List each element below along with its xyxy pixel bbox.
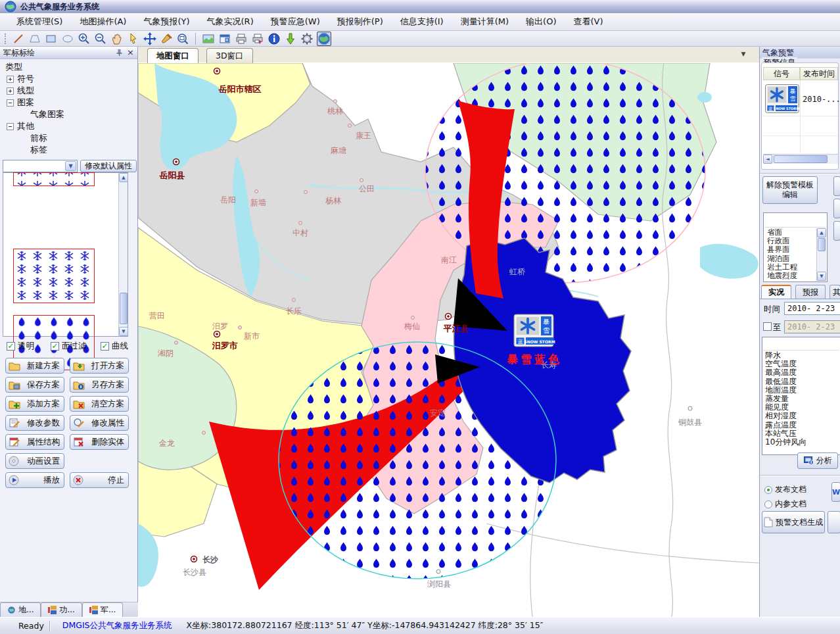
palette-item-snowflakes[interactable]	[13, 249, 95, 303]
clear-plan-button[interactable]: 清空方案	[70, 396, 129, 412]
scroll-down-icon[interactable]: ▼	[119, 327, 128, 336]
tree-item-linetype[interactable]: 线型	[7, 85, 34, 97]
scroll-up-icon[interactable]: ▲	[817, 228, 826, 237]
new-plan-button[interactable]: 新建方案	[5, 358, 64, 374]
tab-function-panel[interactable]: 功...	[41, 602, 82, 617]
draw-polygon-icon[interactable]	[28, 32, 41, 45]
scroll-up-icon[interactable]: ▲	[119, 173, 128, 182]
tree-item-tag[interactable]: 标签	[30, 144, 47, 156]
layer-listbox[interactable]: 省面 行政面 县界面 湖泊面 岩土工程 地震烈度	[765, 228, 816, 280]
toolbar-grip[interactable]	[5, 34, 7, 44]
tree-item-symbol[interactable]: 符号	[7, 73, 34, 85]
checkbox-curve[interactable]: ✓曲线	[101, 341, 128, 352]
zoom-out-icon[interactable]	[94, 32, 107, 45]
menu-live[interactable]: 气象实况(R)	[198, 13, 262, 30]
menu-forecast[interactable]: 气象预报(Y)	[135, 13, 198, 30]
list-item[interactable]: 相对湿度	[763, 412, 839, 420]
analyze-button[interactable]: 分析	[797, 452, 838, 469]
clipped-button[interactable]	[828, 511, 840, 533]
settings-gear-icon[interactable]	[300, 32, 314, 45]
scrollbar-thumb[interactable]	[120, 293, 128, 324]
list-item[interactable]: 地震烈度	[765, 272, 816, 280]
radio-internal-doc[interactable]: 内参文档	[764, 499, 806, 510]
print-preview-icon[interactable]	[251, 32, 264, 45]
zoom-in-icon[interactable]	[78, 32, 91, 45]
pin-icon[interactable]	[116, 49, 123, 57]
tab-other-clipped[interactable]: 其	[829, 285, 840, 299]
time-field[interactable]: 2010- 2-23	[784, 302, 840, 315]
close-icon[interactable]: ×	[127, 49, 134, 56]
play-button[interactable]: 播放	[5, 472, 64, 488]
menu-output[interactable]: 输出(O)	[517, 13, 565, 30]
modify-default-attr-button[interactable]: 修改默认属性	[80, 160, 137, 172]
tree-item-pattern[interactable]: 图案	[7, 97, 34, 109]
tree-root[interactable]: 类型	[5, 61, 22, 73]
expand-icon[interactable]	[7, 87, 14, 95]
animation-settings-button[interactable]: 动画设置	[5, 453, 64, 469]
list-item[interactable]: 10分钟风向	[763, 438, 839, 447]
delete-entity-button[interactable]: 删除实体	[70, 434, 129, 450]
pan-hand-icon[interactable]	[110, 32, 124, 45]
symbol-type-combobox[interactable]: ▼	[3, 160, 78, 172]
print-icon[interactable]	[235, 32, 248, 45]
scroll-left-icon[interactable]: ◄	[763, 155, 772, 164]
draw-rect-icon[interactable]	[45, 32, 58, 45]
modify-params-button[interactable]: 修改参数	[5, 415, 64, 431]
tab-map-panel[interactable]: 地...	[0, 602, 41, 617]
menu-info[interactable]: 信息支持(I)	[392, 13, 452, 30]
chevron-down-icon[interactable]: ▼	[65, 161, 76, 171]
clipped-button[interactable]	[833, 221, 840, 241]
modify-attr-button[interactable]: 修改属性	[70, 415, 129, 431]
checkbox-checked-icon[interactable]: ✓	[101, 342, 109, 351]
select-arrow-icon[interactable]	[127, 32, 140, 45]
attr-structure-button[interactable]: 属性结构	[5, 434, 64, 450]
collapse-icon[interactable]	[7, 99, 14, 107]
checkbox-checked-icon[interactable]: ✓	[51, 342, 59, 351]
draw-line-icon[interactable]	[12, 32, 25, 45]
save-plan-button[interactable]: 保存方案	[5, 377, 64, 393]
brush-icon[interactable]	[160, 32, 173, 45]
checkbox-transparent[interactable]: ✓透明	[7, 341, 34, 352]
globe-tool-active-frame[interactable]	[317, 32, 331, 46]
list-item[interactable]: 露点温度	[763, 421, 839, 429]
column-header-publish-time[interactable]: 发布时间	[800, 67, 838, 80]
snowstorm-signal-icon[interactable]: 暴 雪 蓝 SNOW STORM	[765, 84, 799, 113]
download-arrow-icon[interactable]	[284, 32, 297, 45]
signal-publish-time[interactable]: 2010-...	[803, 95, 840, 104]
menu-system[interactable]: 系统管理(S)	[8, 13, 71, 30]
clipped-word-button[interactable]: W	[831, 482, 840, 502]
snowstorm-sign[interactable]: 暴 雪 蓝 SNOW STORM	[514, 314, 555, 347]
radio-publish-doc[interactable]: 发布文档	[764, 484, 806, 495]
save-as-plan-button[interactable]: 另存方案	[70, 377, 129, 393]
menu-view[interactable]: 查看(V)	[565, 13, 611, 30]
scrollbar-thumb[interactable]	[818, 238, 826, 251]
palette-scrollbar[interactable]: ▲ ▼	[118, 173, 128, 336]
tab-3d-window[interactable]: 3D窗口	[206, 48, 253, 63]
image-icon[interactable]	[202, 32, 215, 45]
tab-forecast-data[interactable]: 预报	[795, 285, 826, 299]
tree-item-weather-pattern[interactable]: 气象图案	[30, 109, 64, 120]
to-time-field[interactable]: 2010- 2-23	[784, 320, 840, 333]
generate-warning-doc-button[interactable]: 预警文档生成	[762, 511, 825, 533]
scroll-down-icon[interactable]: ▼	[817, 272, 826, 281]
window-icon[interactable]	[218, 32, 231, 45]
tab-map-window[interactable]: 地图窗口	[147, 48, 198, 63]
menu-map-ops[interactable]: 地图操作(A)	[71, 13, 135, 30]
add-plan-button[interactable]: 添加方案	[5, 396, 64, 412]
tab-list-dropdown-icon[interactable]: ▼	[737, 51, 749, 60]
checkbox-face-filter[interactable]: ✓面过滤	[51, 341, 87, 352]
to-checkbox[interactable]	[763, 322, 772, 331]
collapse-icon[interactable]	[7, 123, 14, 130]
list-item[interactable]: 湖泊面	[765, 255, 816, 263]
element-listbox[interactable]: 降水 空气温度 最高温度 最低温度 地面温度 蒸发量 能见度 相对湿度 露点温度…	[763, 351, 839, 454]
info-icon[interactable]	[268, 32, 281, 45]
menu-measure[interactable]: 测量计算(M)	[452, 13, 517, 30]
radio-selected-icon[interactable]	[764, 486, 772, 494]
clipped-button[interactable]	[833, 176, 840, 196]
column-header-signal[interactable]: 信号	[763, 67, 800, 80]
palette-item-snow-partial[interactable]	[13, 172, 95, 186]
checkbox-checked-icon[interactable]: ✓	[7, 342, 15, 351]
expand-icon[interactable]	[7, 76, 14, 83]
stop-button[interactable]: 停止	[70, 472, 129, 488]
release-warning-template-button[interactable]: 解除预警模板编辑	[762, 176, 818, 204]
